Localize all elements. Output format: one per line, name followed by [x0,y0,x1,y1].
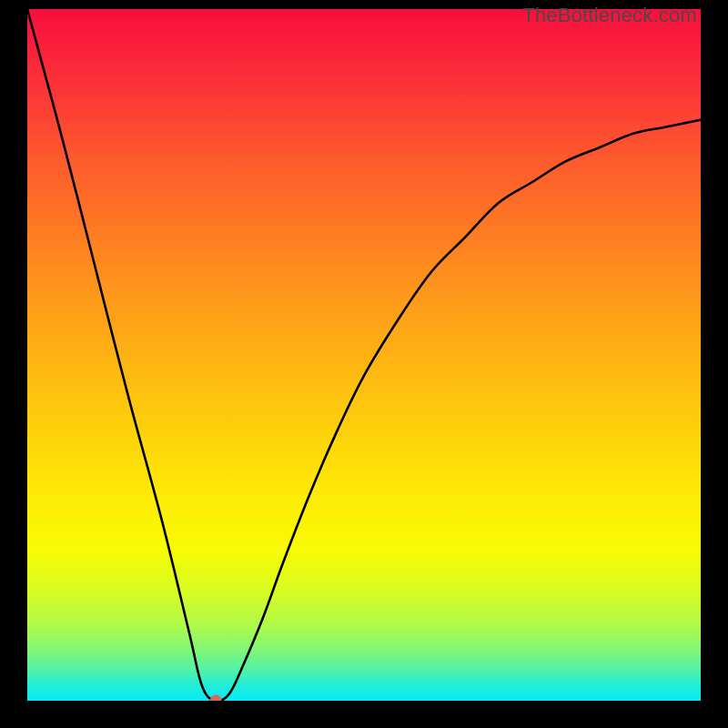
optimum-marker [210,695,222,702]
curve-svg [27,9,701,701]
chart-frame: TheBottleneck.com [0,0,728,728]
plot-area [27,9,701,701]
bottleneck-curve [27,9,701,701]
